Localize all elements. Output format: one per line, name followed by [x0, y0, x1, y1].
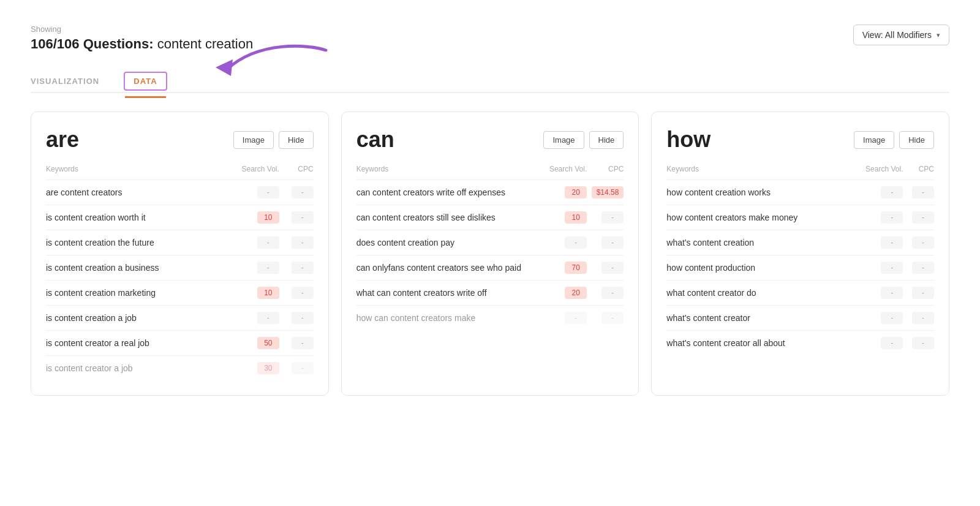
cpc-cell: -	[587, 230, 624, 255]
hide-button-are[interactable]: Hide	[279, 131, 314, 149]
table-row: is content creator a real job50-	[46, 331, 314, 356]
keyword-cell[interactable]: what's content creator all about	[666, 331, 850, 356]
table-row: is content creation marketing10-	[46, 281, 314, 306]
tab-data[interactable]: DATA	[124, 72, 167, 91]
col-cpc: CPC	[279, 165, 314, 180]
card-title-can: can	[356, 127, 394, 153]
table-row: what's content creator--	[666, 306, 934, 331]
cpc-cell: -	[279, 180, 314, 205]
keyword-cell[interactable]: how can content creators make	[356, 306, 545, 331]
keyword-cell[interactable]: can content creators still see dislikes	[356, 205, 545, 230]
keyword-cell[interactable]: how content creators make money	[666, 205, 850, 230]
vol-cell: 10	[221, 281, 279, 306]
card-header-how: howImageHide	[666, 127, 934, 153]
cpc-cell: -	[279, 331, 314, 356]
col-cpc: CPC	[903, 165, 934, 180]
page-wrapper: Showing 106/106 Questions: content creat…	[0, 0, 980, 420]
vol-cell: 20	[544, 180, 587, 205]
image-button-are[interactable]: Image	[233, 131, 274, 149]
keyword-cell[interactable]: is content creator a real job	[46, 331, 221, 356]
col-search-vol: Search Vol.	[544, 165, 587, 180]
vol-cell: -	[221, 306, 279, 331]
keyword-cell[interactable]: does content creation pay	[356, 230, 545, 255]
vol-cell: -	[221, 180, 279, 205]
col-keywords: Keywords	[46, 165, 221, 180]
hide-button-can[interactable]: Hide	[589, 131, 624, 149]
chevron-down-icon: ▾	[937, 31, 940, 39]
image-button-how[interactable]: Image	[854, 131, 894, 149]
col-keywords: Keywords	[356, 165, 545, 180]
cpc-cell: -	[587, 255, 624, 281]
table-row: how can content creators make--	[356, 306, 624, 331]
keyword-cell[interactable]: can onlyfans content creators see who pa…	[356, 255, 545, 281]
cpc-cell: -	[279, 230, 314, 255]
card-title-are: are	[46, 127, 79, 153]
showing-label: Showing	[31, 25, 253, 34]
table-row: what's content creator all about--	[666, 331, 934, 356]
vol-cell: -	[850, 306, 903, 331]
cpc-cell: -	[279, 205, 314, 230]
keyword-cell[interactable]: what's content creation	[666, 230, 850, 255]
svg-marker-0	[216, 59, 233, 76]
col-search-vol: Search Vol.	[221, 165, 279, 180]
table-row: is content creation a job--	[46, 306, 314, 331]
card-title-how: how	[666, 127, 710, 153]
keyword-cell[interactable]: is content creation the future	[46, 230, 221, 255]
cpc-cell: -	[279, 255, 314, 281]
keyword-cell[interactable]: can content creators write off expenses	[356, 180, 545, 205]
cpc-cell: -	[903, 205, 934, 230]
image-button-can[interactable]: Image	[543, 131, 584, 149]
cpc-cell: -	[587, 306, 624, 331]
keyword-cell[interactable]: is content creation worth it	[46, 205, 221, 230]
cpc-cell: -	[903, 281, 934, 306]
table-row: what's content creation--	[666, 230, 934, 255]
view-label: View: All Modifiers	[862, 30, 932, 40]
vol-cell: -	[850, 331, 903, 356]
vol-cell: -	[850, 281, 903, 306]
vol-cell: 10	[221, 205, 279, 230]
keyword-cell[interactable]: what can content creators write off	[356, 281, 545, 306]
table-row: how content creation works--	[666, 180, 934, 205]
col-cpc: CPC	[587, 165, 624, 180]
cpc-cell: -	[279, 281, 314, 306]
table-row: what content creator do--	[666, 281, 934, 306]
keyword-cell[interactable]: is content creator a job	[46, 356, 221, 381]
count-text: 106/106 Questions:	[31, 36, 154, 51]
cpc-cell: -	[587, 205, 624, 230]
table-row: what can content creators write off20-	[356, 281, 624, 306]
cpc-cell: -	[903, 180, 934, 205]
keyword-cell[interactable]: what content creator do	[666, 281, 850, 306]
vol-cell: 50	[221, 331, 279, 356]
keyword-cell[interactable]: how content production	[666, 255, 850, 281]
keyword-cell[interactable]: is content creation a job	[46, 306, 221, 331]
keyword-cell[interactable]: are content creators	[46, 180, 221, 205]
table-row: how content creators make money--	[666, 205, 934, 230]
cpc-cell: -	[587, 281, 624, 306]
cpc-cell: $14.58	[587, 180, 624, 205]
vol-cell: 70	[544, 255, 587, 281]
keyword-cell[interactable]: what's content creator	[666, 306, 850, 331]
cards-grid: areImageHideKeywordsSearch Vol.CPCare co…	[31, 111, 949, 396]
vol-cell: -	[544, 306, 587, 331]
table-are: KeywordsSearch Vol.CPCare content creato…	[46, 165, 314, 380]
table-row: are content creators--	[46, 180, 314, 205]
keyword-cell[interactable]: is content creation a business	[46, 255, 221, 281]
table-row: can content creators write off expenses2…	[356, 180, 624, 205]
table-row: is content creator a job30-	[46, 356, 314, 381]
card-how: howImageHideKeywordsSearch Vol.CPChow co…	[651, 111, 949, 396]
keyword-cell[interactable]: how content creation works	[666, 180, 850, 205]
view-dropdown[interactable]: View: All Modifiers ▾	[853, 25, 949, 45]
table-can: KeywordsSearch Vol.CPCcan content creato…	[356, 165, 624, 330]
table-row: can onlyfans content creators see who pa…	[356, 255, 624, 281]
table-row: how content production--	[666, 255, 934, 281]
cpc-cell: -	[279, 306, 314, 331]
cpc-cell: -	[279, 356, 314, 381]
search-term: content creation	[157, 36, 254, 51]
card-can: canImageHideKeywordsSearch Vol.CPCcan co…	[341, 111, 639, 396]
question-count: 106/106 Questions: content creation	[31, 36, 253, 52]
keyword-cell[interactable]: is content creation marketing	[46, 281, 221, 306]
tab-visualization[interactable]: VISUALIZATION	[31, 70, 99, 92]
table-row: is content creation a business--	[46, 255, 314, 281]
hide-button-how[interactable]: Hide	[899, 131, 934, 149]
table-row: does content creation pay--	[356, 230, 624, 255]
